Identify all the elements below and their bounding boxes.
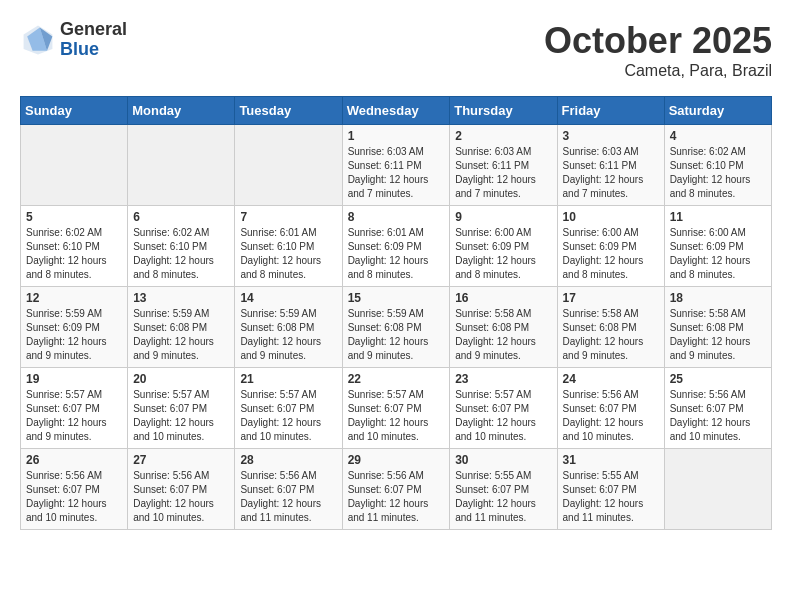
day-cell: 13Sunrise: 5:59 AMSunset: 6:08 PMDayligh… [128,287,235,368]
calendar: SundayMondayTuesdayWednesdayThursdayFrid… [20,96,772,530]
day-number: 17 [563,291,659,305]
day-cell: 8Sunrise: 6:01 AMSunset: 6:09 PMDaylight… [342,206,450,287]
logo-icon [20,22,56,58]
day-cell [664,449,771,530]
day-number: 6 [133,210,229,224]
weekday-header-monday: Monday [128,97,235,125]
day-number: 24 [563,372,659,386]
day-number: 29 [348,453,445,467]
day-number: 23 [455,372,551,386]
day-cell: 6Sunrise: 6:02 AMSunset: 6:10 PMDaylight… [128,206,235,287]
day-cell: 4Sunrise: 6:02 AMSunset: 6:10 PMDaylight… [664,125,771,206]
week-row-3: 12Sunrise: 5:59 AMSunset: 6:09 PMDayligh… [21,287,772,368]
day-content: Sunrise: 5:55 AMSunset: 6:07 PMDaylight:… [455,469,551,525]
day-content: Sunrise: 5:57 AMSunset: 6:07 PMDaylight:… [240,388,336,444]
day-content: Sunrise: 5:56 AMSunset: 6:07 PMDaylight:… [670,388,766,444]
weekday-header-sunday: Sunday [21,97,128,125]
weekday-header-thursday: Thursday [450,97,557,125]
day-number: 19 [26,372,122,386]
day-content: Sunrise: 5:57 AMSunset: 6:07 PMDaylight:… [133,388,229,444]
day-number: 1 [348,129,445,143]
week-row-4: 19Sunrise: 5:57 AMSunset: 6:07 PMDayligh… [21,368,772,449]
week-row-5: 26Sunrise: 5:56 AMSunset: 6:07 PMDayligh… [21,449,772,530]
day-number: 11 [670,210,766,224]
day-number: 26 [26,453,122,467]
day-number: 15 [348,291,445,305]
day-content: Sunrise: 5:58 AMSunset: 6:08 PMDaylight:… [563,307,659,363]
day-number: 30 [455,453,551,467]
day-cell: 30Sunrise: 5:55 AMSunset: 6:07 PMDayligh… [450,449,557,530]
day-content: Sunrise: 5:56 AMSunset: 6:07 PMDaylight:… [26,469,122,525]
day-content: Sunrise: 5:57 AMSunset: 6:07 PMDaylight:… [348,388,445,444]
day-cell: 5Sunrise: 6:02 AMSunset: 6:10 PMDaylight… [21,206,128,287]
day-cell: 16Sunrise: 5:58 AMSunset: 6:08 PMDayligh… [450,287,557,368]
day-number: 31 [563,453,659,467]
day-content: Sunrise: 5:57 AMSunset: 6:07 PMDaylight:… [455,388,551,444]
day-cell: 2Sunrise: 6:03 AMSunset: 6:11 PMDaylight… [450,125,557,206]
day-content: Sunrise: 6:00 AMSunset: 6:09 PMDaylight:… [670,226,766,282]
day-number: 18 [670,291,766,305]
day-content: Sunrise: 6:02 AMSunset: 6:10 PMDaylight:… [670,145,766,201]
logo-text: General Blue [60,20,127,60]
day-content: Sunrise: 5:58 AMSunset: 6:08 PMDaylight:… [670,307,766,363]
weekday-header-friday: Friday [557,97,664,125]
day-cell [235,125,342,206]
day-cell: 23Sunrise: 5:57 AMSunset: 6:07 PMDayligh… [450,368,557,449]
day-content: Sunrise: 5:57 AMSunset: 6:07 PMDaylight:… [26,388,122,444]
day-content: Sunrise: 5:59 AMSunset: 6:08 PMDaylight:… [133,307,229,363]
day-number: 21 [240,372,336,386]
day-content: Sunrise: 5:56 AMSunset: 6:07 PMDaylight:… [348,469,445,525]
page-header: General Blue October 2025 Cameta, Para, … [20,20,772,80]
day-content: Sunrise: 5:59 AMSunset: 6:08 PMDaylight:… [348,307,445,363]
day-cell: 17Sunrise: 5:58 AMSunset: 6:08 PMDayligh… [557,287,664,368]
day-number: 13 [133,291,229,305]
day-number: 3 [563,129,659,143]
day-content: Sunrise: 5:59 AMSunset: 6:08 PMDaylight:… [240,307,336,363]
day-number: 25 [670,372,766,386]
week-row-1: 1Sunrise: 6:03 AMSunset: 6:11 PMDaylight… [21,125,772,206]
day-cell: 7Sunrise: 6:01 AMSunset: 6:10 PMDaylight… [235,206,342,287]
weekday-header-wednesday: Wednesday [342,97,450,125]
day-cell [128,125,235,206]
day-cell: 24Sunrise: 5:56 AMSunset: 6:07 PMDayligh… [557,368,664,449]
day-number: 8 [348,210,445,224]
day-content: Sunrise: 6:03 AMSunset: 6:11 PMDaylight:… [455,145,551,201]
day-content: Sunrise: 6:03 AMSunset: 6:11 PMDaylight:… [348,145,445,201]
day-content: Sunrise: 6:00 AMSunset: 6:09 PMDaylight:… [455,226,551,282]
weekday-header-tuesday: Tuesday [235,97,342,125]
day-cell: 1Sunrise: 6:03 AMSunset: 6:11 PMDaylight… [342,125,450,206]
day-number: 7 [240,210,336,224]
day-cell: 15Sunrise: 5:59 AMSunset: 6:08 PMDayligh… [342,287,450,368]
day-cell: 25Sunrise: 5:56 AMSunset: 6:07 PMDayligh… [664,368,771,449]
day-content: Sunrise: 5:56 AMSunset: 6:07 PMDaylight:… [240,469,336,525]
day-cell: 14Sunrise: 5:59 AMSunset: 6:08 PMDayligh… [235,287,342,368]
day-number: 20 [133,372,229,386]
day-cell: 9Sunrise: 6:00 AMSunset: 6:09 PMDaylight… [450,206,557,287]
day-number: 16 [455,291,551,305]
day-cell: 20Sunrise: 5:57 AMSunset: 6:07 PMDayligh… [128,368,235,449]
weekday-header-saturday: Saturday [664,97,771,125]
day-content: Sunrise: 5:55 AMSunset: 6:07 PMDaylight:… [563,469,659,525]
weekday-header-row: SundayMondayTuesdayWednesdayThursdayFrid… [21,97,772,125]
day-content: Sunrise: 6:02 AMSunset: 6:10 PMDaylight:… [26,226,122,282]
day-number: 12 [26,291,122,305]
day-number: 22 [348,372,445,386]
day-content: Sunrise: 6:01 AMSunset: 6:09 PMDaylight:… [348,226,445,282]
day-cell: 27Sunrise: 5:56 AMSunset: 6:07 PMDayligh… [128,449,235,530]
day-cell: 10Sunrise: 6:00 AMSunset: 6:09 PMDayligh… [557,206,664,287]
day-content: Sunrise: 6:01 AMSunset: 6:10 PMDaylight:… [240,226,336,282]
day-cell: 31Sunrise: 5:55 AMSunset: 6:07 PMDayligh… [557,449,664,530]
day-number: 4 [670,129,766,143]
day-number: 9 [455,210,551,224]
day-number: 2 [455,129,551,143]
day-content: Sunrise: 6:03 AMSunset: 6:11 PMDaylight:… [563,145,659,201]
day-cell: 22Sunrise: 5:57 AMSunset: 6:07 PMDayligh… [342,368,450,449]
logo-blue: Blue [60,40,127,60]
day-cell: 19Sunrise: 5:57 AMSunset: 6:07 PMDayligh… [21,368,128,449]
title-block: October 2025 Cameta, Para, Brazil [544,20,772,80]
day-cell: 26Sunrise: 5:56 AMSunset: 6:07 PMDayligh… [21,449,128,530]
day-content: Sunrise: 6:00 AMSunset: 6:09 PMDaylight:… [563,226,659,282]
logo-general: General [60,20,127,40]
day-content: Sunrise: 5:58 AMSunset: 6:08 PMDaylight:… [455,307,551,363]
day-content: Sunrise: 5:59 AMSunset: 6:09 PMDaylight:… [26,307,122,363]
